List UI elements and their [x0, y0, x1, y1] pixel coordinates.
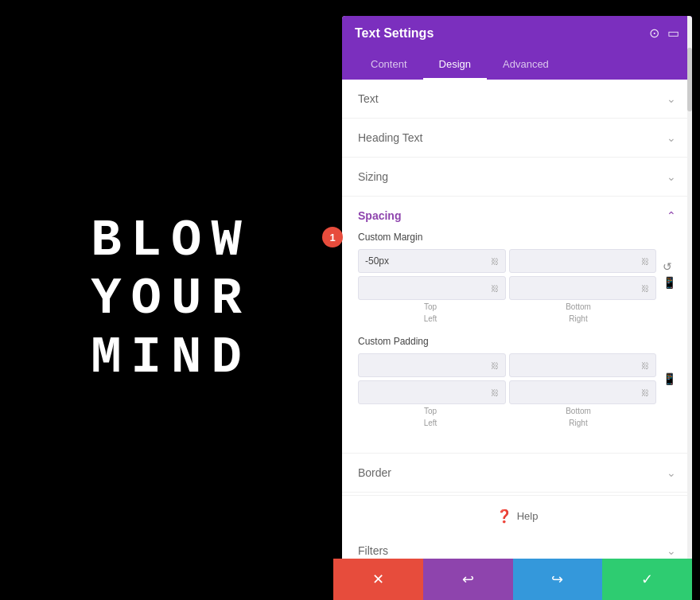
- margin-top-value: -50px: [365, 255, 389, 267]
- margin-top-field[interactable]: -50px ⛓: [358, 249, 506, 273]
- link-icon-1: ⛓: [491, 257, 499, 266]
- link-icon-5: ⛓: [491, 361, 499, 370]
- padding-right-field[interactable]: ⛓: [509, 380, 657, 404]
- undo-button[interactable]: ↩: [423, 559, 513, 600]
- reset-margin-icon[interactable]: ↺: [663, 260, 676, 273]
- padding-right-label: Right: [506, 419, 651, 427]
- redo-button[interactable]: ↪: [513, 559, 603, 600]
- panel-title: Text Settings: [355, 26, 434, 41]
- link-icon-2: ⛓: [641, 257, 649, 266]
- section-sizing[interactable]: Sizing ⌄: [342, 158, 692, 197]
- margin-labels: Top Bottom Left Right: [358, 302, 676, 323]
- section-border[interactable]: Border ⌄: [342, 454, 692, 493]
- tabs-bar: Content Design Advanced: [342, 50, 692, 80]
- scroll-indicator[interactable]: [687, 16, 692, 584]
- tab-content[interactable]: Content: [355, 50, 423, 80]
- section-filters-label: Filters: [358, 544, 388, 557]
- link-icon-8: ⛓: [641, 388, 649, 397]
- margin-left-label: Left: [358, 314, 503, 323]
- device-margin-icon[interactable]: 📱: [663, 276, 676, 289]
- device-padding-icon[interactable]: 📱: [663, 372, 676, 385]
- settings-icon[interactable]: ⊙: [649, 25, 659, 41]
- custom-padding-group: Custom Padding ⛓ ⛓: [358, 336, 676, 427]
- section-text-label: Text: [358, 92, 379, 105]
- section-sizing-label: Sizing: [358, 170, 388, 183]
- link-icon-3: ⛓: [491, 284, 499, 293]
- tab-advanced[interactable]: Advanced: [487, 50, 565, 80]
- link-icon-4: ⛓: [641, 284, 649, 293]
- margin-fields-row: -50px ⛓ ⛓ ⛓: [358, 249, 676, 300]
- canvas-text: BLOW YOUR MIND: [91, 212, 251, 388]
- margin-inputs: -50px ⛓ ⛓ ⛓: [358, 249, 656, 300]
- section-text[interactable]: Text ⌄: [342, 80, 692, 119]
- margin-top-label: Top: [358, 302, 503, 311]
- section-heading-text-label: Heading Text: [358, 131, 422, 144]
- margin-bottom-label: Bottom: [506, 302, 651, 311]
- section-spacing: Spacing ⌃ Custom Margin -50px ⛓: [342, 197, 692, 454]
- chevron-heading-icon: ⌄: [667, 131, 676, 144]
- notification-badge: 1: [322, 227, 343, 247]
- padding-bottom-label: Bottom: [506, 407, 651, 415]
- custom-padding-label: Custom Padding: [358, 336, 676, 347]
- margin-right-label: Right: [506, 314, 651, 323]
- panel-header: Text Settings ⊙ ▭: [342, 16, 692, 50]
- spacing-header[interactable]: Spacing ⌃: [342, 197, 692, 232]
- cancel-button[interactable]: ✕: [333, 559, 423, 600]
- help-section[interactable]: ❓ Help: [342, 495, 692, 536]
- margin-action-icons: ↺ 📱: [663, 260, 676, 289]
- help-icon: ❓: [496, 508, 512, 524]
- padding-inputs: ⛓ ⛓ ⛓ ⛓: [358, 353, 656, 404]
- padding-left-field[interactable]: ⛓: [358, 380, 506, 404]
- chevron-sizing-icon: ⌄: [667, 170, 676, 183]
- custom-margin-group: Custom Margin -50px ⛓ ⛓: [358, 232, 676, 323]
- confirm-button[interactable]: ✓: [602, 559, 692, 600]
- chevron-spacing-icon: ⌃: [667, 209, 676, 222]
- custom-margin-label: Custom Margin: [358, 232, 676, 243]
- scroll-thumb: [687, 48, 692, 111]
- expand-icon[interactable]: ▭: [667, 25, 679, 41]
- link-icon-6: ⛓: [641, 361, 649, 370]
- section-heading-text[interactable]: Heading Text ⌄: [342, 119, 692, 158]
- canvas-area: BLOW YOUR MIND: [0, 0, 342, 600]
- panel-content: Text ⌄ Heading Text ⌄ Sizing ⌄ Spacing ⌃…: [342, 80, 692, 584]
- padding-action-icons: 📱: [663, 372, 676, 385]
- padding-left-label: Left: [358, 419, 503, 427]
- padding-top-label: Top: [358, 407, 503, 415]
- header-icons: ⊙ ▭: [649, 25, 679, 41]
- help-text: Help: [517, 510, 539, 522]
- chevron-text-icon: ⌄: [667, 92, 676, 105]
- margin-right-field[interactable]: ⛓: [509, 276, 657, 300]
- chevron-filters-icon: ⌄: [667, 544, 676, 557]
- link-icon-7: ⛓: [491, 388, 499, 397]
- padding-top-field[interactable]: ⛓: [358, 353, 506, 377]
- spacing-content: Custom Margin -50px ⛓ ⛓: [342, 232, 692, 453]
- settings-panel: Text Settings ⊙ ▭ Content Design Advance…: [342, 16, 692, 584]
- section-border-label: Border: [358, 466, 391, 479]
- tab-design[interactable]: Design: [423, 50, 487, 80]
- spacing-label: Spacing: [358, 209, 401, 222]
- margin-bottom-field[interactable]: ⛓: [509, 249, 657, 273]
- padding-fields-row: ⛓ ⛓ ⛓ ⛓: [358, 353, 676, 404]
- action-bar: ✕ ↩ ↪ ✓: [333, 559, 692, 600]
- chevron-border-icon: ⌄: [667, 466, 676, 479]
- margin-left-field[interactable]: ⛓: [358, 276, 506, 300]
- padding-labels: Top Bottom Left Right: [358, 407, 676, 427]
- padding-bottom-field[interactable]: ⛓: [509, 353, 657, 377]
